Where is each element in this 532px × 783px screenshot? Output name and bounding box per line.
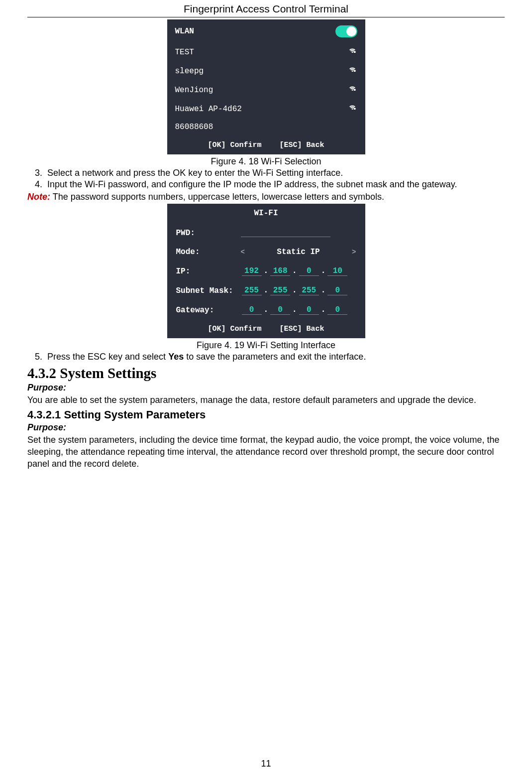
purpose-text: You are able to set the system parameter… [27, 394, 505, 406]
figure-caption: Figure 4. 19 Wi-Fi Setting Interface [27, 340, 505, 351]
network-item-label[interactable]: Huawei AP-4d62 [175, 105, 242, 114]
purpose-label: Purpose: [27, 383, 505, 393]
subsection-heading: 4.3.2.1 Setting System Parameters [27, 408, 505, 421]
ip-octet[interactable]: 10 [327, 266, 347, 276]
wlan-toggle[interactable] [335, 25, 357, 37]
network-item-label[interactable]: 86088608 [175, 123, 213, 131]
subnet-octet[interactable]: 255 [299, 286, 319, 295]
wifi-locked-icon [347, 104, 357, 114]
gateway-octet[interactable]: 0 [299, 305, 319, 315]
svg-rect-2 [353, 89, 355, 91]
wifi-locked-icon [347, 66, 357, 76]
ip-octet[interactable]: 0 [299, 266, 319, 276]
wifi-selection-screenshot: WLAN TEST sleepg WenJiong Huawei AP-4d62… [167, 19, 365, 154]
step-number: 5. [27, 352, 47, 362]
subnet-octet[interactable]: 0 [327, 286, 347, 295]
pwd-input[interactable] [241, 230, 330, 237]
gateway-octet[interactable]: 0 [270, 305, 290, 315]
network-item-label[interactable]: WenJiong [175, 86, 213, 95]
step-text-bold: Yes [168, 352, 184, 362]
ok-confirm-label: [OK] Confirm [208, 325, 261, 333]
pwd-label: PWD: [176, 229, 241, 238]
ok-confirm-label: [OK] Confirm [208, 141, 261, 149]
wifi-locked-icon [347, 47, 357, 57]
chevron-right-icon[interactable]: > [352, 248, 356, 256]
gateway-label: Gateway: [176, 306, 241, 315]
wlan-label: WLAN [175, 27, 194, 36]
ip-octet[interactable]: 168 [270, 266, 290, 276]
page-header: Fingerprint Access Control Terminal [27, 0, 505, 17]
svg-rect-1 [353, 70, 355, 72]
step-number: 3. [27, 168, 47, 178]
network-item-label[interactable]: sleepg [175, 67, 204, 76]
step-text-post: to save the parameters and exit the inte… [184, 352, 366, 362]
step-number: 4. [27, 179, 47, 190]
wifi-screen-title: WI-FI [167, 204, 365, 224]
note-text: The password supports numbers, uppercase… [50, 192, 384, 202]
wifi-setting-screenshot: WI-FI PWD: Mode: < Static IP > IP: 192.1… [167, 204, 365, 338]
ip-octet[interactable]: 192 [242, 266, 262, 276]
step-text: Press the ESC key and select Yes to save… [47, 352, 505, 362]
svg-rect-3 [353, 108, 355, 110]
network-item-label[interactable]: TEST [175, 48, 194, 57]
note-label: Note: [27, 192, 50, 202]
ip-label: IP: [176, 267, 241, 276]
figure-caption: Figure 4. 18 Wi-Fi Selection [27, 156, 505, 167]
wifi-locked-icon [347, 85, 357, 95]
purpose-text: Set the system parameters, including the… [27, 434, 505, 470]
step-text-pre: Press the ESC key and select [47, 352, 168, 362]
mode-label: Mode: [176, 248, 241, 257]
mode-value[interactable]: Static IP [277, 248, 319, 257]
esc-back-label: [ESC] Back [280, 141, 324, 149]
page-number: 11 [0, 759, 532, 769]
chevron-left-icon[interactable]: < [241, 248, 245, 256]
gateway-octet[interactable]: 0 [242, 305, 262, 315]
svg-rect-0 [353, 51, 355, 53]
gateway-octet[interactable]: 0 [327, 305, 347, 315]
purpose-label: Purpose: [27, 422, 505, 433]
subnet-label: Subnet Mask: [176, 286, 241, 295]
subnet-octet[interactable]: 255 [270, 286, 290, 295]
section-heading: 4.3.2 System Settings [27, 365, 505, 382]
esc-back-label: [ESC] Back [280, 325, 324, 333]
subnet-octet[interactable]: 255 [242, 286, 262, 295]
step-text: Input the Wi-Fi password, and configure … [47, 179, 505, 190]
step-text: Select a network and press the OK key to… [47, 168, 505, 178]
